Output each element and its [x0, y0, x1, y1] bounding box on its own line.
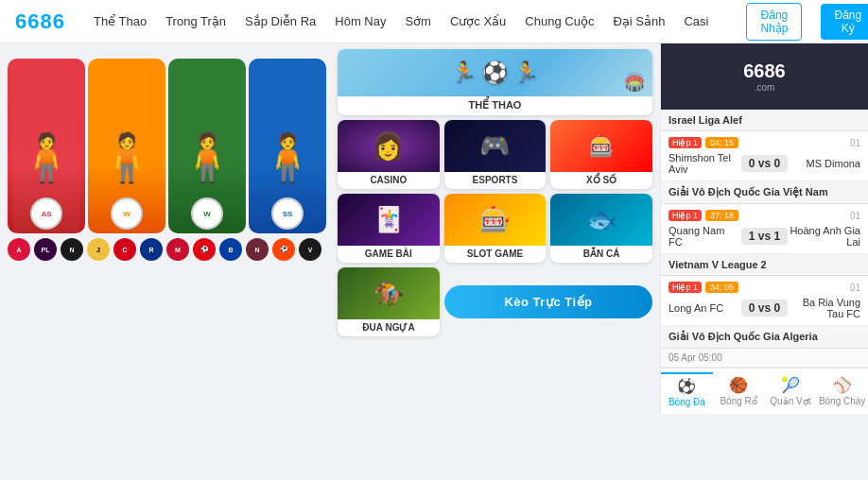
player-card-3: 🧍 W: [168, 59, 246, 233]
sport-label-banca: BẮN CÁ: [550, 246, 652, 263]
nav-cuoc-xau[interactable]: Cược Xấu: [450, 14, 506, 28]
sport-tabs: ⚽ Bóng Đá 🏀 Bóng Rổ 🎾 Quần Vợt ⚾ Bóng Ch…: [661, 368, 868, 414]
nav-chung-cuoc[interactable]: Chung Cuộc: [525, 14, 594, 28]
league-logo-10[interactable]: N: [246, 238, 269, 261]
main-content: 🧍 AS 🧍 W: [0, 43, 868, 414]
match-card-1[interactable]: Hiệp 1 04: 15 01 Shimshon Tel Aviv 0 vs …: [661, 131, 868, 181]
tab-bong-da[interactable]: ⚽ Bóng Đá: [661, 372, 713, 410]
match-card-2[interactable]: Hiệp 1 37: 18 01 Quang Nam FC 1 vs 1 Hoà…: [661, 204, 868, 254]
league-logo-9[interactable]: B: [219, 238, 242, 261]
sport-card-duangua[interactable]: 🏇 ĐUA NGỰA: [338, 267, 440, 336]
match-icon-1: 01: [850, 138, 860, 148]
sport-label-xoso: XỔ SỐ: [550, 172, 652, 189]
tab-bong-ro[interactable]: 🏀 Bóng Rổ: [713, 373, 765, 409]
login-button[interactable]: Đăng Nhập: [746, 3, 802, 41]
tab-quan-vot-icon: 🎾: [781, 376, 800, 394]
sport-label-slotgame: SLOT GAME: [444, 246, 547, 263]
player-card-2: 🧍 W: [88, 59, 165, 233]
league-logo-12[interactable]: V: [299, 238, 321, 261]
nav-dai-sanh[interactable]: Đại Sảnh: [613, 14, 665, 28]
match-timer-3: 34: 05: [705, 282, 738, 293]
match-icon-2: 01: [850, 211, 860, 221]
league-header-2: Giải Vô Địch Quốc Gia Việt Nam: [661, 181, 868, 204]
nav-som[interactable]: Sớm: [405, 14, 431, 28]
sport-card-xoso[interactable]: 🎰 XỔ SỐ: [550, 120, 652, 189]
league-header-3: Vietnam V League 2: [661, 254, 868, 276]
sport-card-banca[interactable]: 🐟 BẮN CÁ: [550, 194, 652, 263]
league-logo-6[interactable]: R: [140, 238, 163, 261]
sport-card-esports[interactable]: 🎮 ESPORTS: [444, 120, 547, 189]
sport-card-the-thao[interactable]: 🏃 ⚽ 🏃 🏟️ THỂ THAO: [338, 49, 652, 115]
nav-trong-tran[interactable]: Trong Trận: [165, 14, 226, 28]
match-score-2: 1 vs 1: [741, 228, 788, 245]
tab-bong-chay-icon: ⚾: [833, 376, 852, 394]
match-team1-2: Quang Nam FC: [668, 225, 741, 248]
sidebar-logo-text: 6686: [743, 60, 786, 82]
league-logo-8[interactable]: ⚽: [193, 238, 216, 261]
league-header-4: Giải Vô Địch Quốc Gia Algeria: [661, 326, 868, 349]
match-timer-1: 04: 15: [705, 137, 738, 148]
sport-card-slotgame[interactable]: 🎰 SLOT GAME: [444, 194, 547, 263]
league-logo-1[interactable]: A: [8, 238, 30, 261]
league-logo-11[interactable]: ⚽: [272, 238, 295, 261]
match-team2-3: Ba Ria Vung Tau FC: [788, 297, 860, 319]
match-date-4: 05 Apr 05:00: [661, 349, 868, 368]
match-timer-2: 37: 18: [705, 210, 738, 221]
tab-bong-ro-label: Bóng Rổ: [720, 396, 756, 406]
tab-bong-chay[interactable]: ⚾ Bóng Chày: [816, 373, 868, 409]
sport-card-casino[interactable]: 👩 CASINO: [338, 120, 440, 189]
league-logo-4[interactable]: J: [87, 238, 110, 261]
tab-bong-da-icon: ⚽: [677, 377, 696, 395]
tab-quan-vot[interactable]: 🎾 Quần Vợt: [765, 373, 817, 409]
register-button[interactable]: Đăng Ký: [821, 4, 868, 40]
keo-truc-tiep-button[interactable]: Kèo Trực Tiếp: [444, 285, 652, 318]
sport-label-duangua: ĐUA NGỰA: [338, 319, 440, 336]
sidebar-logo-box: 6686 .com: [661, 43, 868, 110]
league-logos: A PL N J C R M ⚽ B N ⚽ V: [8, 233, 326, 266]
tab-bong-chay-label: Bóng Chày: [819, 396, 865, 406]
sport-label-gamebai: GAME BÀI: [338, 246, 440, 263]
sidebar-logo-sub: .com: [755, 82, 775, 93]
league-logo-7[interactable]: M: [166, 238, 189, 261]
match-status-1: Hiệp 1: [668, 137, 702, 148]
live-matches-list: Israel Liga Alef Hiệp 1 04: 15 01 Shimsh…: [661, 110, 868, 368]
logo[interactable]: 6686: [15, 9, 65, 34]
tab-quan-vot-label: Quần Vợt: [770, 396, 810, 406]
league-logo-5[interactable]: C: [113, 238, 136, 261]
match-score-3: 0 vs 0: [741, 300, 788, 317]
sport-label-the-thao: THỂ THAO: [338, 96, 652, 115]
match-status-2: Hiệp 1: [668, 210, 702, 221]
match-card-3[interactable]: Hiệp 1 34: 05 01 Long An FC 0 vs 0 Ba Ri…: [661, 276, 868, 326]
player-card-4: 🧍 SS: [249, 59, 326, 233]
nav-casi[interactable]: Casi: [684, 14, 708, 28]
match-score-1: 0 vs 0: [741, 155, 788, 172]
tab-bong-da-label: Bóng Đá: [668, 397, 705, 407]
right-sidebar: 6686 .com Israel Liga Alef Hiệp 1 04: 15…: [660, 43, 868, 414]
league-logo-2[interactable]: PL: [34, 238, 57, 261]
nav-sap-dien-ra[interactable]: Sắp Diễn Ra: [245, 14, 316, 28]
tab-bong-ro-icon: 🏀: [729, 376, 748, 394]
sport-label-esports: ESPORTS: [444, 172, 547, 189]
league-header-1: Israel Liga Alef: [661, 110, 868, 131]
league-logo-3[interactable]: N: [61, 238, 83, 261]
match-team2-2: Hoàng Anh Gia Lai: [788, 225, 860, 248]
header: 6686 Thể Thao Trong Trận Sắp Diễn Ra Hôm…: [0, 0, 868, 43]
match-team1-3: Long An FC: [668, 302, 741, 314]
nav-the-thao[interactable]: Thể Thao: [94, 14, 147, 28]
nav-hom-nay[interactable]: Hôm Nay: [335, 14, 386, 28]
match-team1-1: Shimshon Tel Aviv: [668, 152, 741, 175]
match-icon-3: 01: [850, 283, 860, 293]
left-panel: 🧍 AS 🧍 W: [0, 43, 660, 414]
player-card-1: 🧍 AS: [8, 59, 85, 233]
match-status-3: Hiệp 1: [668, 282, 702, 293]
sport-label-casino: CASINO: [338, 172, 440, 189]
match-team2-1: MS Dimona: [788, 158, 860, 169]
sport-card-gamebai[interactable]: 🃏 GAME BÀI: [338, 194, 440, 263]
